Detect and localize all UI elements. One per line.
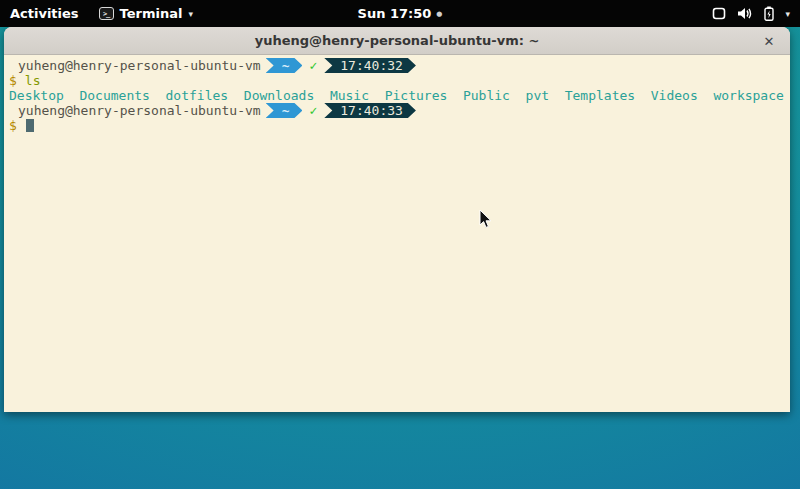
- terminal-icon: >_: [99, 7, 114, 20]
- window-title: yuheng@henry-personal-ubuntu-vm: ~: [255, 33, 540, 48]
- prompt-user: yuheng@henry-personal-ubuntu-vm: [18, 103, 261, 118]
- input-line[interactable]: $: [9, 118, 785, 133]
- prompt-time-segment: 17:40:32: [324, 58, 416, 73]
- typed-command: ls: [25, 73, 41, 88]
- prompt-dollar: $: [9, 73, 17, 88]
- display-icon: [712, 7, 726, 20]
- terminal-window: yuheng@henry-personal-ubuntu-vm: ~ ✕ yuh…: [4, 27, 790, 412]
- activities-button[interactable]: Activities: [0, 0, 89, 27]
- terminal-content[interactable]: yuheng@henry-personal-ubuntu-vm~✓17:40:3…: [4, 55, 790, 411]
- command-line: $ls: [9, 73, 785, 88]
- check-icon: ✓: [309, 58, 317, 73]
- chevron-down-icon: ▾: [188, 9, 193, 19]
- volume-icon: [737, 7, 753, 20]
- prompt-dollar: $: [9, 118, 17, 133]
- notification-dot: ●: [436, 10, 442, 18]
- clock-label: Sun 17:50: [358, 6, 432, 21]
- close-button[interactable]: ✕: [756, 27, 782, 55]
- prompt-user: yuheng@henry-personal-ubuntu-vm: [18, 58, 261, 73]
- system-status-menu[interactable]: ▾: [702, 0, 800, 27]
- chevron-down-icon: ▾: [785, 9, 790, 19]
- ls-output: Desktop Documents dotfiles Downloads Mus…: [9, 88, 785, 103]
- prompt-cwd-segment: ~: [266, 103, 303, 118]
- app-menu-label: Terminal: [120, 6, 183, 21]
- clock-button[interactable]: Sun 17:50 ●: [350, 0, 451, 27]
- check-icon: ✓: [309, 103, 317, 118]
- prompt-line: yuheng@henry-personal-ubuntu-vm~✓17:40:3…: [18, 103, 785, 118]
- app-menu-terminal[interactable]: >_ Terminal ▾: [89, 0, 203, 27]
- activities-label: Activities: [10, 6, 79, 21]
- prompt-time-segment: 17:40:33: [324, 103, 416, 118]
- text-cursor: [26, 119, 34, 132]
- prompt-cwd-segment: ~: [266, 58, 303, 73]
- top-bar: Activities >_ Terminal ▾ Sun 17:50 ● ▾: [0, 0, 800, 27]
- battery-charging-icon: [764, 6, 774, 21]
- window-titlebar[interactable]: yuheng@henry-personal-ubuntu-vm: ~ ✕: [4, 27, 790, 55]
- close-icon: ✕: [764, 34, 775, 49]
- prompt-line: yuheng@henry-personal-ubuntu-vm~✓17:40:3…: [18, 58, 785, 73]
